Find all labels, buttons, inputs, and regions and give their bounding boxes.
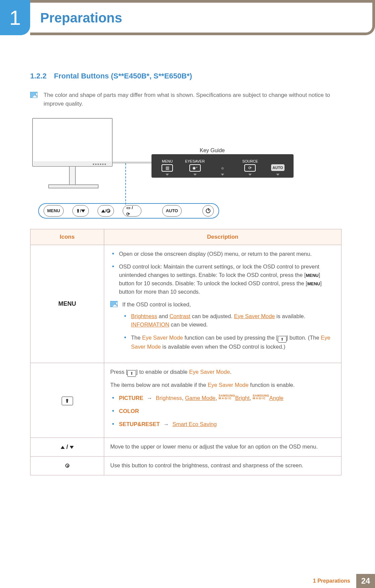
dot-icon-cell	[30, 457, 104, 475]
table-row: MENU Open or close the onscreen display …	[30, 245, 341, 363]
osd-brightness: . ☼	[209, 156, 236, 176]
list-item: PICTURE → Brightness, Game Mode, SAMSUNG…	[110, 394, 335, 402]
chapter-number-tab: 1	[0, 0, 30, 35]
eye-up-icon: ⬆	[76, 208, 80, 215]
button-description-table: Icons Description MENU Open or close the…	[30, 229, 341, 475]
section-heading: 1.2.2 Frontal Buttons (S**E450B*, S**E65…	[30, 70, 341, 81]
footer-breadcrumb: 1 Preparations	[307, 574, 356, 588]
menu-icon-cell: MENU	[30, 245, 104, 363]
intro-note-text: The color and shape of parts may differ …	[44, 91, 341, 108]
note-icon	[30, 92, 38, 98]
information-link[interactable]: INFORMATION	[131, 321, 169, 328]
osd-menu: MENU ▥	[154, 156, 180, 176]
magic-angle-link[interactable]: Angle	[269, 395, 284, 401]
list-item: Brightness and Contrast can be adjusted.…	[122, 312, 335, 329]
rail-up-dot-button: /	[98, 205, 114, 217]
col-icons: Icons	[30, 229, 104, 245]
osd-key-guide: MENU ▥ EYESAVER ◉⁺ . ☼ SOURCE ⟳	[151, 154, 294, 178]
list-item: Open or close the onscreen display (OSD)…	[110, 250, 335, 258]
sub-heading: If the OSD control is locked,	[122, 300, 335, 309]
rail-menu-button: MENU	[44, 205, 64, 217]
list-item: OSD control lock: Maintain the current s…	[110, 262, 335, 296]
eye-description: Press [⬆] to enable or disable Eye Saver…	[104, 363, 341, 438]
brightness-icon: ☼	[217, 164, 228, 172]
source-icon: ⟳	[244, 164, 256, 172]
note-icon	[110, 301, 118, 307]
physical-button-rail: MENU ⬆ / / ▭ / ⟳ AUTO	[38, 203, 219, 219]
rail-eye-down-button: ⬆ /	[72, 205, 89, 217]
key-guide-label: Key Guide	[200, 146, 225, 155]
menu-icon: ▥	[162, 164, 173, 172]
dot-circle-icon	[65, 464, 69, 468]
eye-up-icon: ⬆	[62, 397, 73, 405]
chapter-title: Preparations	[40, 8, 122, 28]
rail-auto-button: AUTO	[162, 205, 182, 217]
osd-auto: . AUTO	[265, 156, 291, 176]
page-footer: 1 Preparations 24	[307, 574, 375, 588]
page-number: 24	[356, 574, 375, 588]
chapter-number: 1	[9, 2, 21, 33]
power-icon	[206, 209, 210, 213]
osd-eye-saver: EYESAVER ◉⁺	[182, 156, 208, 176]
col-description: Description	[104, 229, 341, 245]
rail-power-button	[202, 205, 214, 217]
updown-description: Move to the upper or lower menu or adjus…	[104, 438, 341, 457]
eye-icon-cell: ⬆	[30, 363, 104, 438]
table-row: Use this button to control the brightnes…	[30, 457, 341, 475]
monitor-illustration	[32, 118, 113, 167]
magic-bright-link[interactable]: Bright	[235, 395, 250, 401]
section-number: 1.2.2	[30, 72, 47, 80]
up-icon	[61, 446, 65, 449]
game-mode-link[interactable]: Game Mode	[185, 395, 215, 401]
list-item: COLOR	[110, 407, 335, 415]
eye-saver-link[interactable]: Eye Saver Mode	[234, 313, 275, 319]
table-row: ⬆ Press [⬆] to enable or disable Eye Sav…	[30, 363, 341, 438]
frontal-buttons-diagram: Key Guide MENU ▥ EYESAVER ◉⁺ . ☼	[32, 118, 273, 220]
down-icon	[70, 446, 74, 449]
eye-up-icon: ⬆	[278, 336, 287, 343]
list-item: The Eye Saver Mode function can be used …	[122, 334, 335, 351]
brightness-link[interactable]: Brightness	[131, 313, 157, 319]
contrast-link[interactable]: Contrast	[170, 313, 190, 319]
locked-osd-note: If the OSD control is locked, Brightness…	[110, 300, 335, 355]
chapter-header: 1 Preparations	[0, 0, 375, 44]
list-item: SETUP&RESET → Smart Eco Saving	[110, 420, 335, 428]
auto-badge: AUTO	[271, 164, 285, 171]
osd-source: SOURCE ⟳	[237, 156, 263, 176]
section-title: Frontal Buttons (S**E450B*, S**E650B*)	[54, 72, 192, 80]
dot-description: Use this button to control the brightnes…	[104, 457, 341, 475]
eye-saver-icon: ◉⁺	[189, 164, 201, 172]
rail-source-button: ▭ / ⟳	[123, 205, 141, 217]
menu-description: Open or close the onscreen display (OSD)…	[104, 245, 341, 363]
eye-up-icon: ⬆	[127, 370, 136, 377]
intro-note: The color and shape of parts may differ …	[30, 91, 341, 108]
updown-icon-cell: /	[30, 438, 104, 457]
table-row: / Move to the upper or lower menu or adj…	[30, 438, 341, 457]
smart-eco-link[interactable]: Smart Eco Saving	[173, 421, 217, 427]
